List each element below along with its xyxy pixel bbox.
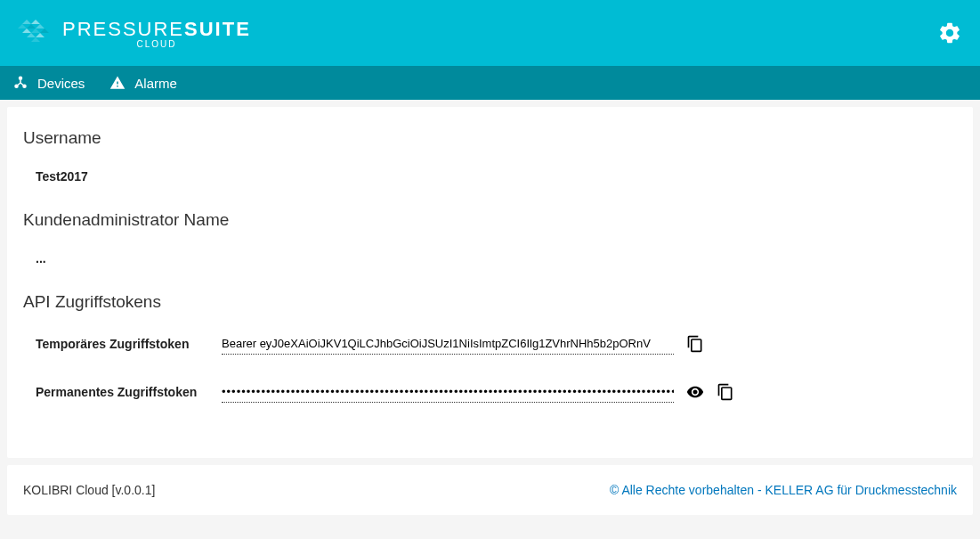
- svg-marker-3: [27, 24, 36, 29]
- temp-token-label: Temporäres Zugriffstoken: [36, 337, 209, 351]
- logo-main-2: SUITE: [184, 18, 251, 40]
- settings-icon[interactable]: [937, 20, 962, 45]
- svg-marker-1: [31, 20, 40, 24]
- logo-text: PRESSURESUITE CLOUD: [62, 18, 251, 49]
- devices-icon: [12, 75, 28, 91]
- tokens-label: API Zugriffstokens: [23, 292, 957, 312]
- admin-value: ...: [36, 251, 957, 265]
- logo-main-1: PRESSURE: [62, 18, 184, 40]
- footer-version: KOLIBRI Cloud [v.0.0.1]: [23, 483, 155, 497]
- perm-token-label: Permanentes Zugriffstoken: [36, 385, 209, 399]
- temp-token-row: Temporäres Zugriffstoken: [36, 333, 957, 355]
- nav-bar: Devices Alarme: [0, 66, 980, 100]
- svg-marker-10: [31, 37, 40, 42]
- app-header: PRESSURESUITE CLOUD: [0, 0, 980, 66]
- logo-icon: [18, 15, 53, 51]
- footer-card: KOLIBRI Cloud [v.0.0.1] © Alle Rechte vo…: [7, 465, 973, 515]
- nav-label-alarme: Alarme: [134, 76, 177, 91]
- copy-icon: [686, 335, 704, 353]
- eye-icon: [686, 382, 704, 402]
- perm-token-row: Permanentes Zugriffstoken: [36, 381, 957, 403]
- svg-marker-4: [36, 24, 45, 29]
- footer-copyright-link[interactable]: © Alle Rechte vorbehalten - KELLER AG fü…: [610, 483, 957, 497]
- perm-token-input[interactable]: [222, 381, 674, 403]
- admin-label: Kundenadministrator Name: [23, 210, 957, 230]
- copy-temp-token-button[interactable]: [686, 335, 704, 353]
- logo-sub: CLOUD: [136, 39, 176, 49]
- username-label: Username: [23, 128, 957, 148]
- svg-point-11: [19, 77, 23, 81]
- copy-icon: [717, 383, 734, 401]
- svg-marker-9: [36, 33, 45, 37]
- content-card: Username Test2017 Kundenadministrator Na…: [7, 107, 973, 458]
- logo-area: PRESSURESUITE CLOUD: [18, 15, 251, 51]
- svg-marker-0: [22, 20, 31, 24]
- nav-item-devices[interactable]: Devices: [12, 75, 85, 91]
- svg-marker-2: [18, 24, 27, 29]
- nav-label-devices: Devices: [37, 76, 85, 91]
- toggle-visibility-button[interactable]: [686, 383, 704, 401]
- svg-marker-7: [40, 29, 49, 33]
- nav-item-alarme[interactable]: Alarme: [109, 75, 177, 91]
- username-value: Test2017: [36, 169, 957, 184]
- temp-token-input[interactable]: [222, 333, 674, 355]
- warning-icon: [109, 75, 126, 91]
- svg-marker-5: [22, 29, 31, 33]
- svg-marker-8: [27, 33, 36, 37]
- svg-marker-6: [31, 29, 40, 33]
- copy-perm-token-button[interactable]: [717, 383, 734, 401]
